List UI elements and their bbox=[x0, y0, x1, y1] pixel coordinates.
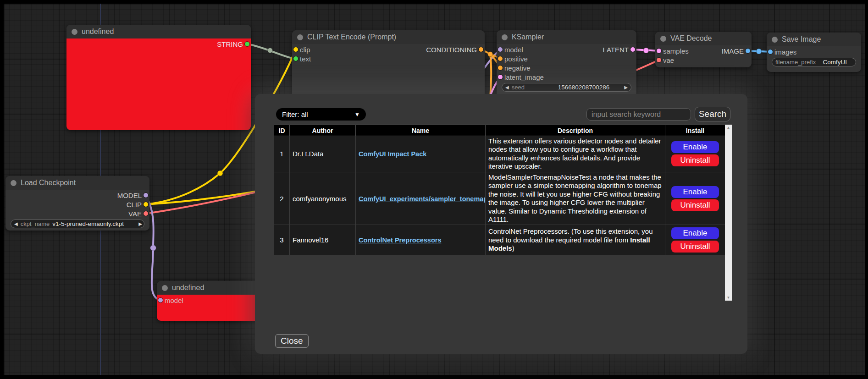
header-install: Install bbox=[665, 125, 725, 136]
uninstall-button[interactable]: Uninstall bbox=[671, 241, 719, 253]
extension-install-cell: Enable Uninstall bbox=[665, 172, 725, 225]
extension-id: 3 bbox=[274, 225, 290, 255]
node-undefined-top[interactable]: undefined STRING bbox=[66, 25, 251, 130]
filter-select-value: Filter: all bbox=[282, 110, 308, 118]
node-title: Save Image bbox=[767, 33, 861, 46]
comfyui-canvas: undefined STRING CLIP Text Encode (Promp… bbox=[0, 0, 868, 379]
node-title: VAE Decode bbox=[655, 32, 752, 45]
close-button[interactable]: Close bbox=[275, 334, 309, 348]
output-label-model: MODEL bbox=[117, 192, 142, 199]
scroll-up-icon[interactable]: ▲ bbox=[727, 126, 730, 130]
widget-name: seed bbox=[512, 84, 525, 91]
increment-arrow-icon[interactable]: ▶ bbox=[624, 85, 628, 90]
node-undefined-bottom[interactable]: undefined model bbox=[157, 281, 262, 321]
extension-manager-dialog: Filter: all ▼ Search ID Author Name Desc… bbox=[255, 94, 747, 354]
seed-widget[interactable]: ◀ seed 156680208700286 ▶ bbox=[502, 83, 631, 92]
node-body: MODEL CLIP VAE ◀ ckpt_name v1-5-pruned-e… bbox=[6, 190, 149, 231]
input-label-model: model bbox=[165, 297, 183, 304]
input-label-samples: samples bbox=[663, 47, 689, 55]
node-load-checkpoint[interactable]: Load Checkpoint MODEL CLIP VAE ◀ ckpt_na… bbox=[6, 176, 149, 231]
enable-button[interactable]: Enable bbox=[671, 186, 719, 198]
header-description: Description bbox=[486, 125, 665, 136]
extensions-table-body: 1 Dr.Lt.Data ComfyUI Impact Pack This ex… bbox=[274, 136, 725, 255]
input-label-positive: positive bbox=[504, 55, 528, 63]
node-save-image[interactable]: Save Image images filename_prefix ComfyU… bbox=[767, 33, 861, 72]
node-title: undefined bbox=[157, 281, 262, 295]
extension-name-link[interactable]: ControlNet Preprocessors bbox=[359, 236, 442, 244]
input-label-text: text bbox=[300, 55, 311, 63]
extension-install-cell: Enable Uninstall bbox=[665, 136, 725, 172]
collapse-dot-icon[interactable] bbox=[72, 29, 77, 35]
widget-value: 156680208700286 bbox=[558, 84, 610, 91]
output-pin-vae[interactable] bbox=[144, 211, 148, 216]
input-pin-clip[interactable] bbox=[293, 47, 298, 52]
input-label-model: model bbox=[504, 46, 523, 54]
output-pin-string[interactable] bbox=[245, 42, 249, 46]
node-body: STRING bbox=[66, 38, 251, 130]
enable-button[interactable]: Enable bbox=[671, 141, 719, 153]
extension-author: comfyanonymous bbox=[290, 172, 356, 225]
widget-value: ComfyUI bbox=[823, 59, 847, 66]
increment-arrow-icon[interactable]: ▶ bbox=[138, 222, 142, 226]
extension-id: 1 bbox=[274, 136, 290, 172]
collapse-dot-icon[interactable] bbox=[772, 37, 778, 43]
scroll-down-icon[interactable]: ▼ bbox=[727, 296, 730, 300]
widget-name: ckpt_name bbox=[21, 220, 50, 227]
input-label-latent-image: latent_image bbox=[504, 73, 544, 81]
filter-select[interactable]: Filter: all ▼ bbox=[276, 108, 366, 121]
extension-id: 2 bbox=[274, 172, 290, 225]
output-label-clip: CLIP bbox=[127, 201, 142, 209]
collapse-dot-icon[interactable] bbox=[162, 285, 168, 291]
table-header-row: ID Author Name Description Install bbox=[274, 125, 725, 136]
widget-value: v1-5-pruned-emaonly.ckpt bbox=[52, 220, 124, 227]
input-pin-positive[interactable] bbox=[498, 56, 503, 61]
uninstall-button[interactable]: Uninstall bbox=[671, 154, 719, 166]
header-id: ID bbox=[274, 125, 290, 136]
input-label-images: images bbox=[774, 48, 796, 56]
input-pin-text[interactable] bbox=[293, 56, 298, 61]
node-title: CLIP Text Encode (Prompt) bbox=[292, 30, 485, 44]
node-title-text: KSampler bbox=[512, 33, 544, 41]
input-pin-negative[interactable] bbox=[498, 66, 503, 70]
uninstall-button[interactable]: Uninstall bbox=[671, 199, 719, 211]
collapse-dot-icon[interactable] bbox=[660, 36, 666, 42]
ckpt-name-widget[interactable]: ◀ ckpt_name v1-5-pruned-emaonly.ckpt ▶ bbox=[11, 220, 144, 228]
collapse-dot-icon[interactable] bbox=[502, 34, 508, 40]
collapse-dot-icon[interactable] bbox=[297, 34, 303, 40]
extension-author: Fannovel16 bbox=[290, 225, 356, 255]
input-pin-vae[interactable] bbox=[657, 58, 661, 62]
filename-prefix-widget[interactable]: filename_prefix ComfyUI bbox=[772, 58, 856, 66]
input-pin-latent-image[interactable] bbox=[498, 75, 503, 79]
node-vae-decode[interactable]: VAE Decode IMAGE samples vae bbox=[655, 32, 752, 67]
table-row: 2 comfyanonymous ComfyUI_experiments/sam… bbox=[274, 172, 725, 225]
output-label-string: STRING bbox=[217, 40, 243, 48]
node-title: Load Checkpoint bbox=[6, 176, 149, 190]
table-row: 1 Dr.Lt.Data ComfyUI Impact Pack This ex… bbox=[274, 136, 725, 172]
input-pin-model[interactable] bbox=[498, 47, 503, 52]
input-pin-images[interactable] bbox=[768, 49, 773, 54]
extension-name-link[interactable]: ComfyUI Impact Pack bbox=[359, 150, 426, 158]
output-pin-model[interactable] bbox=[144, 193, 148, 198]
node-title-text: Save Image bbox=[782, 35, 821, 44]
node-body: model bbox=[157, 295, 262, 321]
input-label-negative: negative bbox=[504, 64, 531, 72]
enable-button[interactable]: Enable bbox=[671, 227, 719, 239]
search-button[interactable]: Search bbox=[695, 107, 730, 121]
input-label-vae: vae bbox=[663, 56, 674, 64]
header-name: Name bbox=[356, 125, 486, 136]
table-scrollbar[interactable]: ▲ ▼ bbox=[725, 125, 732, 301]
collapse-dot-icon[interactable] bbox=[11, 180, 17, 186]
chevron-down-icon: ▼ bbox=[354, 111, 360, 118]
decrement-arrow-icon[interactable]: ◀ bbox=[14, 222, 18, 226]
search-input[interactable] bbox=[586, 108, 691, 121]
decrement-arrow-icon[interactable]: ◀ bbox=[505, 85, 509, 90]
output-pin-clip[interactable] bbox=[144, 202, 148, 207]
node-title: KSampler bbox=[497, 30, 636, 44]
output-label-vae: VAE bbox=[128, 210, 142, 218]
node-title-text: Load Checkpoint bbox=[21, 179, 76, 187]
extension-name-link[interactable]: ComfyUI_experiments/sampler_tonemap bbox=[359, 195, 486, 203]
input-pin-samples[interactable] bbox=[657, 49, 661, 53]
node-body: images filename_prefix ComfyUI bbox=[767, 46, 861, 72]
input-pin-model[interactable] bbox=[158, 298, 163, 302]
node-body: IMAGE samples vae bbox=[655, 45, 752, 67]
